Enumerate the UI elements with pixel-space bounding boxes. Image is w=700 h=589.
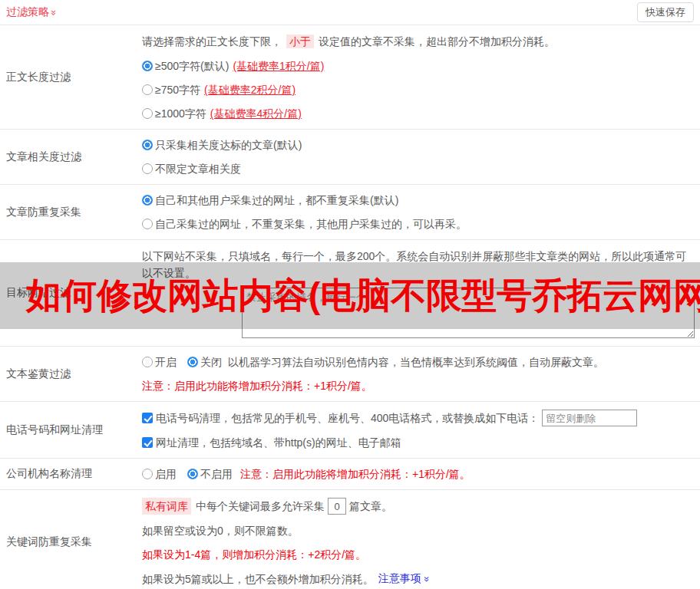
radio-option-500-chars[interactable]: ≥500字符(默认) (基础费率1积分/篇): [142, 58, 694, 74]
keyword-dedup-note-1: 如果留空或设为0，则不限篇数。: [142, 523, 299, 538]
row-label-porn-filter: 文本鉴黄过滤: [0, 354, 142, 393]
radio-option-company-on[interactable]: 启用: [142, 466, 177, 482]
radio-option-porn-off[interactable]: 关闭: [187, 354, 222, 370]
filter-settings-page: 过滤策略 » 快速保存 正文长度过滤 请选择需求的正文长度下限，小于设定值的文章…: [0, 0, 700, 589]
radio-option-relevance-only[interactable]: 只采集相关度达标的文章(默认): [142, 137, 694, 153]
keyword-dedup-note-2: 如果设为1-4篇，则增加积分消耗：+2积分/篇。: [142, 547, 366, 562]
company-clean-note: 注意：启用此功能将增加积分消耗：+1积分/篇。: [240, 466, 471, 482]
row-phone-url-clean: 电话号码和网址清理 电话号码清理，包括常见的手机号、座机号、400电话格式，或替…: [0, 402, 700, 459]
notes-link[interactable]: 注意事项»: [378, 571, 429, 587]
radio-option-company-off[interactable]: 不启用: [187, 466, 233, 482]
row-company-clean: 公司机构名称清理 启用 不启用 注意：启用此功能将增加积分消耗：+1积分/篇。: [0, 459, 700, 490]
row-label-company-clean: 公司机构名称清理: [0, 466, 142, 482]
radio-icon: [142, 140, 153, 150]
row-content-length-filter: 正文长度过滤 请选择需求的正文长度下限，小于设定值的文章不采集，超出部分不增加积…: [0, 25, 700, 130]
checkbox-option-phone-clean[interactable]: 电话号码清理，包括常见的手机号、座机号、400电话格式，或替换成如下电话：: [142, 410, 539, 426]
radio-icon: [187, 357, 198, 367]
radio-option-1000-chars[interactable]: ≥1000字符 (基础费率4积分/篇): [142, 106, 694, 121]
radio-icon: [142, 357, 153, 367]
row-label-relevance: 文章相关度过滤: [0, 137, 142, 176]
replacement-phone-input[interactable]: [542, 410, 637, 426]
checkbox-option-url-clean[interactable]: 网址清理，包括纯域名、带http(s)的网址、电子邮箱: [142, 435, 401, 450]
row-keyword-dedup: 关键词防重复采集 私有词库 中每个关键词最多允许采集 篇文章。 如果留空或设为0…: [0, 490, 700, 589]
radio-option-dedup-all-users[interactable]: 自己和其他用户采集过的网址，都不重复采集(默认): [142, 192, 694, 208]
row-label-phone-url-clean: 电话号码和网址清理: [0, 410, 142, 450]
checkbox-checked-icon: [142, 437, 153, 448]
fee-note: (基础费率1积分/篇): [233, 58, 324, 74]
double-chevron-down-icon: »: [418, 576, 434, 581]
private-lexicon-highlight: 私有词库: [142, 498, 191, 515]
radio-option-750-chars[interactable]: ≥750字符 (基础费率2积分/篇): [142, 82, 694, 97]
radio-icon: [142, 219, 153, 229]
page-title[interactable]: 过滤策略: [6, 5, 49, 19]
radio-icon: [187, 469, 198, 479]
radio-option-porn-on[interactable]: 开启: [142, 354, 177, 370]
porn-filter-note: 注意：启用此功能将增加积分消耗：+1积分/篇。: [142, 378, 372, 393]
row-label-keyword-dedup: 关键词防重复采集: [0, 498, 142, 587]
radio-icon: [142, 195, 153, 206]
fee-note: (基础费率4积分/篇): [210, 106, 302, 121]
watermark-overlay: 如何修改网站内容(电脑不限型号乔拓云网网: [0, 262, 700, 329]
porn-filter-desc: 以机器学习算法自动识别色情内容，当色情概率达到系统阈值，自动屏蔽文章。: [228, 354, 604, 370]
checkbox-checked-icon: [142, 413, 153, 423]
radio-option-relevance-any[interactable]: 不限定文章相关度: [142, 161, 694, 176]
row-porn-filter: 文本鉴黄过滤 开启 关闭 以机器学习算法自动识别色情内容，当色情概率达到系统阈值…: [0, 347, 700, 402]
radio-icon: [142, 163, 153, 174]
quick-save-button[interactable]: 快速保存: [637, 2, 694, 22]
radio-option-dedup-self-only[interactable]: 自己采集过的网址，不重复采集，其他用户采集过的，可以再采。: [142, 216, 694, 232]
keyword-dedup-note-3: 如果设为5篇或以上，也不会额外增加积分消耗。: [142, 571, 374, 587]
content-length-desc: 请选择需求的正文长度下限，小于设定值的文章不采集，超出部分不增加积分消耗。: [142, 33, 694, 50]
fee-note: (基础费率2积分/篇): [204, 82, 296, 97]
row-label-article-dedup: 文章防重复采集: [0, 192, 142, 232]
radio-icon: [142, 84, 153, 95]
less-than-highlight: 小于: [286, 35, 314, 48]
row-relevance-filter: 文章相关度过滤 只采集相关度达标的文章(默认) 不限定文章相关度: [0, 130, 700, 185]
max-articles-input[interactable]: [328, 498, 346, 515]
row-label-content-length: 正文长度过滤: [0, 33, 142, 121]
radio-icon: [142, 469, 153, 479]
row-article-dedup: 文章防重复采集 自己和其他用户采集过的网址，都不重复采集(默认) 自己采集过的网…: [0, 185, 700, 240]
row-target-site-filter: 目标网站过滤 以下网站不采集，只填域名，每行一个，最多200个。系统会自动识别并…: [0, 240, 700, 347]
watermark-text: 如何修改网站内容(电脑不限型号乔拓云网网: [0, 262, 700, 329]
radio-icon: [142, 108, 153, 119]
topbar: 过滤策略 » 快速保存: [0, 0, 700, 25]
double-chevron-down-icon: »: [48, 9, 60, 15]
radio-icon: [142, 61, 153, 71]
